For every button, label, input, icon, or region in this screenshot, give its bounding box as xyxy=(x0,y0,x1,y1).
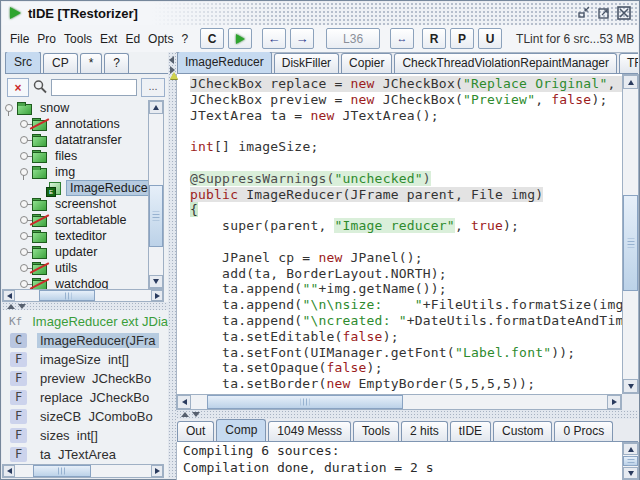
scroll-left-button[interactable] xyxy=(3,290,15,301)
code-line[interactable]: JTextArea ta = new JTextArea(); xyxy=(190,108,622,124)
refactor-button[interactable]: R xyxy=(422,28,446,49)
tree-item-screenshot[interactable]: screenshot xyxy=(2,196,148,212)
code-line[interactable]: ta.setBorder(new EmptyBorder(5,5,5,5)); xyxy=(190,376,622,392)
tree-toggle-icon[interactable] xyxy=(19,116,31,132)
editor-tab-checkthreadviolationrepaintmanager[interactable]: CheckThreadViolationRepaintManager xyxy=(394,53,617,73)
tree-toggle-icon[interactable] xyxy=(4,100,16,116)
editor-hscrollbar[interactable] xyxy=(176,394,622,410)
tab-cp[interactable]: CP xyxy=(43,53,78,73)
code-line[interactable]: ta.append("\ncreated: "+DateUtils.format… xyxy=(190,313,622,329)
menu-help[interactable]: ? xyxy=(177,32,192,46)
editor-tab-diskfiller[interactable]: DiskFiller xyxy=(274,53,339,73)
scroll-right-button[interactable] xyxy=(151,465,163,477)
menu-options[interactable]: Opts xyxy=(144,32,177,46)
scroll-left-button[interactable] xyxy=(3,465,15,477)
navigate-forward-button[interactable]: → xyxy=(290,28,314,49)
scroll-up-button[interactable] xyxy=(623,443,638,455)
scroll-up-button[interactable] xyxy=(149,101,163,114)
tree-vscroll-thumb[interactable] xyxy=(149,185,163,247)
tree-toggle-icon[interactable] xyxy=(19,196,31,212)
console-tab-tide[interactable]: tIDE xyxy=(450,421,491,441)
console-tab-0-procs[interactable]: 0 Procs xyxy=(554,421,613,441)
menu-external[interactable]: Ext xyxy=(96,32,121,46)
tree-toggle-icon[interactable] xyxy=(19,148,31,164)
code-line[interactable]: JCheckBox replace = new JCheckBox("Repla… xyxy=(190,76,622,92)
scroll-down-button[interactable] xyxy=(623,467,638,479)
filter-options-button[interactable]: ... xyxy=(141,78,165,97)
editor-hscroll-thumb[interactable] xyxy=(207,395,403,409)
code-line[interactable]: ta.setEditable(false); xyxy=(190,329,622,345)
scroll-down-button[interactable] xyxy=(149,275,163,288)
code-line[interactable]: JCheckBox preview = new JCheckBox("Previ… xyxy=(190,92,622,108)
tree-item-snow[interactable]: snow xyxy=(2,100,148,116)
vertical-splitter[interactable] xyxy=(168,52,176,478)
code-editor[interactable]: JCheckBox replace = new JCheckBox("Repla… xyxy=(176,74,622,394)
editor-vscroll-thumb[interactable] xyxy=(623,195,638,291)
collapse-up-icon[interactable] xyxy=(7,304,15,309)
tab-tab[interactable]: ? xyxy=(104,53,129,73)
members-hscroll-thumb[interactable] xyxy=(33,465,91,477)
console-tab-custom[interactable]: Custom xyxy=(493,421,552,441)
tab-tab[interactable]: * xyxy=(80,53,103,73)
tree-toggle-icon[interactable] xyxy=(19,260,31,276)
code-line[interactable]: public ImageReducer(JFrame parent, File … xyxy=(190,187,622,203)
member-row-replace[interactable]: Freplace JCheckBo xyxy=(2,388,168,407)
scroll-up-button[interactable] xyxy=(623,75,638,89)
code-line[interactable]: super(parent, "Image reducer", true); xyxy=(190,218,622,234)
code-line[interactable]: ta.append(""+img.getName()); xyxy=(190,281,622,297)
tree-item-datatransfer[interactable]: datatransfer xyxy=(2,132,148,148)
print-button[interactable]: P xyxy=(450,28,474,49)
run-button[interactable] xyxy=(228,28,252,49)
close-button[interactable] xyxy=(616,5,632,21)
editor-tab-tr[interactable]: TR xyxy=(619,53,638,73)
toggle-button[interactable]: ↔ xyxy=(390,28,414,49)
code-line[interactable]: ta.append("\n\nsize: "+FileUtils.formatS… xyxy=(190,297,622,313)
tree-item-watchdog[interactable]: watchdog xyxy=(2,276,148,289)
code-line[interactable]: JPanel cp = new JPanel(); xyxy=(190,250,622,266)
tree-item-img[interactable]: img xyxy=(2,164,148,180)
tree-toggle-icon[interactable] xyxy=(19,228,31,244)
collapse-up-icon[interactable] xyxy=(181,412,189,417)
tree-toggle-icon[interactable] xyxy=(19,244,31,260)
tree-hscroll-thumb[interactable] xyxy=(39,290,95,301)
memory-usage-label[interactable]: 53 MB xyxy=(599,32,634,46)
goto-line-button[interactable]: L36 xyxy=(326,28,380,49)
members-hscrollbar[interactable] xyxy=(2,464,164,478)
editor-tab-copier[interactable]: Copier xyxy=(341,53,392,73)
editor-vscrollbar[interactable] xyxy=(622,74,639,394)
clear-filter-button[interactable]: × xyxy=(7,78,29,97)
code-line[interactable]: @SuppressWarnings("unchecked") xyxy=(190,171,622,187)
member-row-imagesize[interactable]: FimageSize int[] xyxy=(2,350,168,369)
code-line[interactable]: add(ta, BorderLayout.NORTH); xyxy=(190,266,622,282)
tree-vscrollbar[interactable] xyxy=(148,100,164,289)
code-line[interactable]: ta.setOpaque(false); xyxy=(190,360,622,376)
collapse-left-icon[interactable] xyxy=(169,56,174,64)
console-tab-comp[interactable]: Comp xyxy=(216,419,266,441)
console-tab-2-hits[interactable]: 2 hits xyxy=(401,421,448,441)
fold-marker-icon[interactable] xyxy=(170,72,178,79)
minimize-button[interactable] xyxy=(576,5,592,21)
tree-toggle-icon[interactable] xyxy=(19,212,31,228)
scroll-right-button[interactable] xyxy=(151,290,163,301)
tree-item-files[interactable]: files xyxy=(2,148,148,164)
console-panel[interactable]: Compiling 6 sources:Compilation done, du… xyxy=(176,442,622,480)
maximize-button[interactable] xyxy=(596,5,612,21)
scroll-down-button[interactable] xyxy=(623,379,638,393)
tree-toggle-icon[interactable] xyxy=(19,132,31,148)
lint-status-label[interactable]: TLint for 6 src... xyxy=(516,32,599,46)
tab-src[interactable]: Src xyxy=(5,52,41,73)
collapse-down-icon[interactable] xyxy=(18,304,26,309)
left-splitter[interactable] xyxy=(2,302,168,310)
code-line[interactable] xyxy=(190,234,622,250)
code-line[interactable]: int[] imageSize; xyxy=(190,139,622,155)
tree-item-annotations[interactable]: annotations xyxy=(2,116,148,132)
filter-input[interactable] xyxy=(51,79,137,96)
console-vscrollbar[interactable] xyxy=(622,442,639,480)
tree-hscrollbar[interactable] xyxy=(2,289,164,302)
console-tab-1049-messs[interactable]: 1049 Messs xyxy=(268,421,351,441)
menu-edit[interactable]: Ed xyxy=(121,32,144,46)
scroll-right-button[interactable] xyxy=(607,395,621,409)
console-tab-out[interactable]: Out xyxy=(177,421,214,441)
navigate-back-button[interactable]: ← xyxy=(262,28,286,49)
menu-file[interactable]: File xyxy=(6,32,33,46)
